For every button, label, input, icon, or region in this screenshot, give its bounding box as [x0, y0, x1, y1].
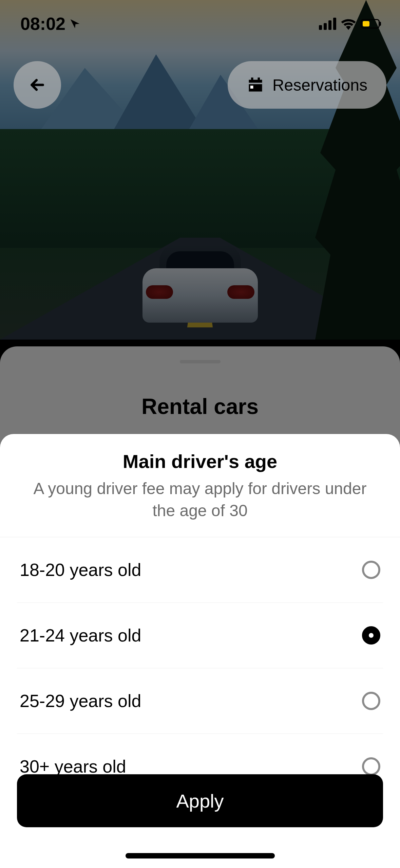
calendar-icon [247, 76, 264, 94]
nav-buttons: Reservations [0, 61, 400, 109]
driver-age-modal: Main driver's age A young driver fee may… [0, 434, 400, 868]
age-option-25-29[interactable]: 25-29 years old [17, 668, 383, 734]
svg-rect-3 [258, 77, 260, 81]
cellular-signal-icon [319, 18, 336, 30]
svg-rect-2 [251, 77, 253, 81]
panel-handle[interactable] [180, 360, 221, 363]
modal-subtitle: A young driver fee may apply for drivers… [24, 478, 376, 522]
radio-icon [362, 757, 380, 776]
reservations-button[interactable]: Reservations [228, 61, 386, 109]
battery-icon [361, 19, 380, 29]
apply-button-label: Apply [176, 790, 224, 812]
radio-selected-icon [362, 626, 380, 645]
age-option-21-24[interactable]: 21-24 years old [17, 603, 383, 668]
home-indicator[interactable] [126, 853, 275, 858]
back-arrow-icon [28, 75, 47, 94]
option-label: 21-24 years old [20, 625, 141, 646]
reservations-label: Reservations [272, 76, 367, 94]
age-options-list: 18-20 years old 21-24 years old 25-29 ye… [0, 537, 400, 799]
radio-icon [362, 561, 380, 579]
svg-rect-0 [249, 80, 262, 83]
option-label: 18-20 years old [20, 560, 141, 580]
modal-header: Main driver's age A young driver fee may… [0, 434, 400, 537]
location-icon [70, 18, 80, 29]
status-time: 08:02 [20, 14, 65, 34]
option-label: 30+ years old [20, 756, 126, 777]
age-option-18-20[interactable]: 18-20 years old [17, 537, 383, 603]
status-bar: 08:02 [0, 0, 400, 48]
radio-icon [362, 692, 380, 710]
option-label: 25-29 years old [20, 691, 141, 711]
panel-title: Rental cars [0, 394, 400, 419]
wifi-icon [341, 18, 356, 30]
back-button[interactable] [14, 61, 61, 109]
svg-rect-4 [250, 86, 253, 89]
apply-button[interactable]: Apply [17, 774, 383, 827]
modal-title: Main driver's age [24, 450, 376, 472]
